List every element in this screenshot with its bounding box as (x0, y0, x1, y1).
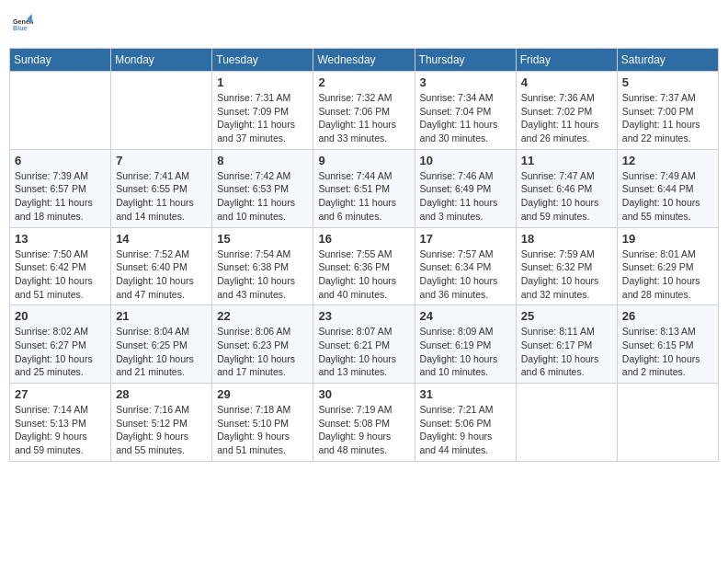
day-number: 23 (318, 309, 409, 323)
day-info: Sunrise: 7:52 AM Sunset: 6:40 PM Dayligh… (116, 247, 207, 302)
day-info: Sunrise: 7:14 AM Sunset: 5:13 PM Dayligh… (15, 403, 106, 457)
day-number: 14 (116, 232, 207, 246)
day-number: 3 (420, 75, 511, 89)
day-number: 17 (420, 232, 511, 246)
calendar-day-cell: 4Sunrise: 7:36 AM Sunset: 7:02 PM Daylig… (516, 72, 617, 150)
logo: General Blue (13, 13, 33, 37)
week-row: 20Sunrise: 8:02 AM Sunset: 6:27 PM Dayli… (10, 305, 719, 384)
calendar-day-cell (10, 72, 111, 150)
calendar-day-cell: 13Sunrise: 7:50 AM Sunset: 6:42 PM Dayli… (10, 227, 111, 305)
day-info: Sunrise: 7:49 AM Sunset: 6:44 PM Dayligh… (622, 169, 713, 224)
day-number: 6 (15, 154, 106, 167)
day-info: Sunrise: 7:19 AM Sunset: 5:08 PM Dayligh… (318, 403, 409, 457)
day-info: Sunrise: 7:31 AM Sunset: 7:09 PM Dayligh… (217, 91, 308, 145)
day-number: 26 (622, 309, 713, 323)
calendar-day-cell: 19Sunrise: 8:01 AM Sunset: 6:29 PM Dayli… (617, 227, 718, 305)
day-number: 11 (521, 154, 612, 167)
calendar-day-cell: 30Sunrise: 7:19 AM Sunset: 5:08 PM Dayli… (313, 384, 415, 462)
day-of-week-header: Sunday (10, 49, 111, 72)
day-number: 25 (521, 309, 612, 323)
logo-mark: General Blue (13, 13, 33, 37)
day-number: 27 (15, 387, 106, 401)
calendar-day-cell: 31Sunrise: 7:21 AM Sunset: 5:06 PM Dayli… (415, 384, 516, 462)
calendar-day-cell: 6Sunrise: 7:39 AM Sunset: 6:57 PM Daylig… (10, 149, 111, 227)
day-info: Sunrise: 8:13 AM Sunset: 6:15 PM Dayligh… (622, 325, 713, 379)
day-info: Sunrise: 7:59 AM Sunset: 6:32 PM Dayligh… (521, 247, 612, 302)
calendar-day-cell (111, 72, 212, 150)
calendar-day-cell: 27Sunrise: 7:14 AM Sunset: 5:13 PM Dayli… (10, 384, 111, 462)
day-info: Sunrise: 7:34 AM Sunset: 7:04 PM Dayligh… (420, 91, 511, 145)
day-info: Sunrise: 7:44 AM Sunset: 6:51 PM Dayligh… (318, 169, 409, 224)
day-of-week-header: Thursday (415, 49, 516, 72)
week-row: 6Sunrise: 7:39 AM Sunset: 6:57 PM Daylig… (10, 149, 719, 227)
calendar-header-row: SundayMondayTuesdayWednesdayThursdayFrid… (10, 49, 719, 72)
calendar-day-cell: 20Sunrise: 8:02 AM Sunset: 6:27 PM Dayli… (10, 305, 111, 384)
day-number: 7 (116, 154, 207, 167)
day-of-week-header: Friday (516, 49, 617, 72)
calendar-day-cell: 5Sunrise: 7:37 AM Sunset: 7:00 PM Daylig… (617, 72, 718, 150)
day-info: Sunrise: 8:07 AM Sunset: 6:21 PM Dayligh… (318, 325, 409, 379)
day-number: 20 (15, 309, 106, 323)
day-info: Sunrise: 7:21 AM Sunset: 5:06 PM Dayligh… (420, 403, 511, 457)
day-info: Sunrise: 8:11 AM Sunset: 6:17 PM Dayligh… (521, 325, 612, 379)
day-info: Sunrise: 8:09 AM Sunset: 6:19 PM Dayligh… (420, 325, 511, 379)
day-number: 13 (15, 232, 106, 246)
day-number: 28 (116, 387, 207, 401)
calendar-day-cell: 21Sunrise: 8:04 AM Sunset: 6:25 PM Dayli… (111, 305, 212, 384)
day-info: Sunrise: 7:55 AM Sunset: 6:36 PM Dayligh… (318, 247, 409, 302)
day-of-week-header: Wednesday (313, 49, 415, 72)
calendar-day-cell: 9Sunrise: 7:44 AM Sunset: 6:51 PM Daylig… (313, 149, 415, 227)
calendar-day-cell: 8Sunrise: 7:42 AM Sunset: 6:53 PM Daylig… (212, 149, 313, 227)
week-row: 1Sunrise: 7:31 AM Sunset: 7:09 PM Daylig… (10, 72, 719, 150)
day-number: 19 (622, 232, 713, 246)
calendar-day-cell: 23Sunrise: 8:07 AM Sunset: 6:21 PM Dayli… (313, 305, 415, 384)
day-of-week-header: Saturday (617, 49, 718, 72)
calendar-day-cell: 12Sunrise: 7:49 AM Sunset: 6:44 PM Dayli… (617, 149, 718, 227)
day-number: 16 (318, 232, 409, 246)
calendar-day-cell: 7Sunrise: 7:41 AM Sunset: 6:55 PM Daylig… (111, 149, 212, 227)
calendar-day-cell: 10Sunrise: 7:46 AM Sunset: 6:49 PM Dayli… (415, 149, 516, 227)
calendar-day-cell: 15Sunrise: 7:54 AM Sunset: 6:38 PM Dayli… (212, 227, 313, 305)
calendar-day-cell: 18Sunrise: 7:59 AM Sunset: 6:32 PM Dayli… (516, 227, 617, 305)
week-row: 27Sunrise: 7:14 AM Sunset: 5:13 PM Dayli… (10, 384, 719, 462)
week-row: 13Sunrise: 7:50 AM Sunset: 6:42 PM Dayli… (10, 227, 719, 305)
day-number: 18 (521, 232, 612, 246)
day-number: 4 (521, 75, 612, 89)
day-info: Sunrise: 7:57 AM Sunset: 6:34 PM Dayligh… (420, 247, 511, 302)
day-number: 5 (622, 75, 713, 89)
calendar-day-cell: 25Sunrise: 8:11 AM Sunset: 6:17 PM Dayli… (516, 305, 617, 384)
day-info: Sunrise: 7:42 AM Sunset: 6:53 PM Dayligh… (217, 169, 308, 224)
day-info: Sunrise: 8:04 AM Sunset: 6:25 PM Dayligh… (116, 325, 207, 379)
day-number: 12 (622, 154, 713, 167)
day-number: 1 (217, 75, 308, 89)
day-info: Sunrise: 7:54 AM Sunset: 6:38 PM Dayligh… (217, 247, 308, 302)
day-of-week-header: Tuesday (212, 49, 313, 72)
day-number: 8 (217, 154, 308, 167)
calendar-day-cell: 26Sunrise: 8:13 AM Sunset: 6:15 PM Dayli… (617, 305, 718, 384)
page-header: General Blue (9, 9, 719, 40)
day-info: Sunrise: 7:39 AM Sunset: 6:57 PM Dayligh… (15, 169, 106, 224)
day-number: 31 (420, 387, 511, 401)
day-info: Sunrise: 7:18 AM Sunset: 5:10 PM Dayligh… (217, 403, 308, 457)
day-info: Sunrise: 7:32 AM Sunset: 7:06 PM Dayligh… (318, 91, 409, 145)
day-info: Sunrise: 7:46 AM Sunset: 6:49 PM Dayligh… (420, 169, 511, 224)
calendar-day-cell: 14Sunrise: 7:52 AM Sunset: 6:40 PM Dayli… (111, 227, 212, 305)
day-number: 21 (116, 309, 207, 323)
day-info: Sunrise: 7:41 AM Sunset: 6:55 PM Dayligh… (116, 169, 207, 224)
day-info: Sunrise: 7:50 AM Sunset: 6:42 PM Dayligh… (15, 247, 106, 302)
day-number: 15 (217, 232, 308, 246)
day-number: 30 (318, 387, 409, 401)
calendar-day-cell: 28Sunrise: 7:16 AM Sunset: 5:12 PM Dayli… (111, 384, 212, 462)
day-info: Sunrise: 7:16 AM Sunset: 5:12 PM Dayligh… (116, 403, 207, 457)
day-number: 29 (217, 387, 308, 401)
day-info: Sunrise: 8:06 AM Sunset: 6:23 PM Dayligh… (217, 325, 308, 379)
calendar-day-cell: 3Sunrise: 7:34 AM Sunset: 7:04 PM Daylig… (415, 72, 516, 150)
calendar-day-cell: 1Sunrise: 7:31 AM Sunset: 7:09 PM Daylig… (212, 72, 313, 150)
day-of-week-header: Monday (111, 49, 212, 72)
calendar-table: SundayMondayTuesdayWednesdayThursdayFrid… (9, 48, 719, 462)
calendar-day-cell: 22Sunrise: 8:06 AM Sunset: 6:23 PM Dayli… (212, 305, 313, 384)
day-number: 9 (318, 154, 409, 167)
calendar-day-cell: 16Sunrise: 7:55 AM Sunset: 6:36 PM Dayli… (313, 227, 415, 305)
calendar-day-cell: 29Sunrise: 7:18 AM Sunset: 5:10 PM Dayli… (212, 384, 313, 462)
calendar-day-cell: 17Sunrise: 7:57 AM Sunset: 6:34 PM Dayli… (415, 227, 516, 305)
